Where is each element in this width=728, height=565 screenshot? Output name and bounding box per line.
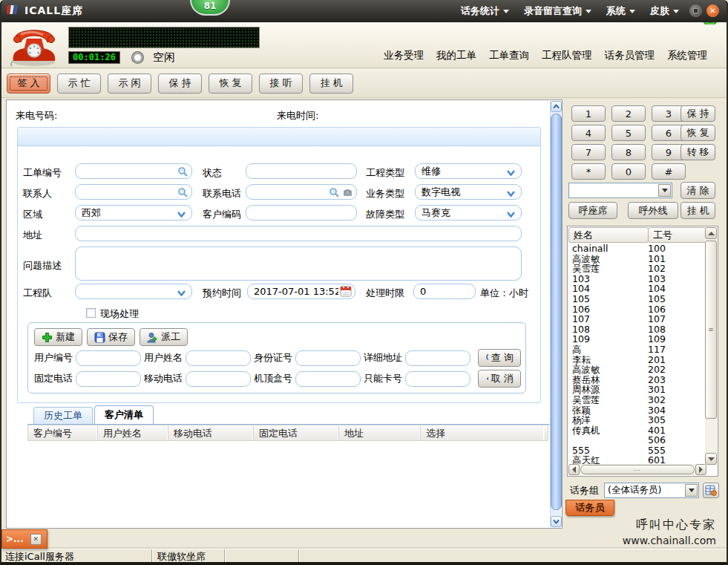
scroll-up-icon[interactable] [705,227,717,239]
sign-in-button[interactable]: 签 入 [7,74,50,94]
description-textarea[interactable] [75,246,522,281]
region-select[interactable]: 西郊 [75,205,192,221]
agent-id-column-header[interactable]: 工号 [648,227,706,243]
agent-row[interactable]: 106106 [569,304,706,315]
agent-row[interactable]: 高波敏101 [569,254,706,264]
toolbar-button-2[interactable]: 示 忙 [57,74,101,94]
cancel-button[interactable]: 取 消 [478,370,521,388]
address-input[interactable] [75,226,522,241]
agent-row[interactable]: 108108 [569,324,706,335]
call-agent-button[interactable]: 呼座席 [568,202,617,219]
minimize-button[interactable] [689,4,702,17]
scroll-up-icon[interactable] [551,101,562,112]
dialpad-key-hash[interactable]: # [652,163,686,180]
menu-item-4[interactable]: 皮肤 [650,4,679,18]
grid-column-header-1[interactable]: 客户编号 [27,425,97,440]
agent-list-hscrollbar[interactable]: ⋯ [568,464,706,475]
agent-row[interactable]: chainall100 [569,244,706,254]
tab-customer-list[interactable]: 客户清单 [94,405,154,424]
user-field-input-5[interactable] [76,371,141,387]
grid-column-header-3[interactable]: 移动电话 [168,425,253,440]
agent-list-vscrollbar[interactable]: ≡ [705,227,717,465]
nav-link-2[interactable]: 我的工单 [436,49,476,62]
toolbar-button-7[interactable]: 挂 机 [309,74,353,94]
new-button[interactable]: 新建 [34,328,82,346]
agent-name-column-header[interactable]: 姓名 [568,227,649,243]
menu-item-1[interactable]: 话务统计 [461,4,509,18]
search-icon[interactable] [177,186,188,200]
dialpad-key-7[interactable]: 7 [571,144,606,160]
agent-row[interactable]: 传真机401 [569,425,706,436]
onsite-checkbox[interactable] [86,308,96,318]
order-no-input[interactable] [75,163,192,179]
dispatch-button[interactable]: 派工 [140,328,188,346]
content-scrollbar[interactable] [550,101,561,527]
toolbar-button-4[interactable]: 保 持 [158,74,202,94]
dial-number-combo[interactable] [568,183,672,198]
dialpad-key-1[interactable]: 1 [571,105,606,122]
agent-row[interactable]: 103103 [569,274,706,284]
dialpad-key-2[interactable]: 2 [611,105,646,122]
menu-item-2[interactable]: 录音留言查询 [524,4,591,18]
user-field-input-2[interactable] [186,350,251,366]
query-button[interactable]: 查 询 [478,349,521,367]
user-field-input-8[interactable] [405,371,470,387]
user-field-input-6[interactable] [186,371,251,387]
agent-row[interactable]: 555555 [569,445,706,456]
dial-side-button-1[interactable]: 保 持 [681,105,715,122]
call-outside-button[interactable]: 呼外线 [628,202,678,219]
customer-code-input[interactable] [246,205,357,221]
toolbar-button-5[interactable]: 恢 复 [209,74,252,94]
scrollbar-thumb[interactable]: ≡ [705,241,717,419]
tab-history-orders[interactable]: 历史工单 [33,407,93,424]
toolbar-button-3[interactable]: 示 闲 [108,74,151,94]
user-field-input-1[interactable] [76,350,141,366]
scrollbar-thumb[interactable]: ⋯ [580,465,695,474]
menu-item-3[interactable]: 系统 [606,4,635,18]
scrollbar-thumb[interactable] [551,114,562,510]
nav-link-3[interactable]: 工单查询 [489,49,529,62]
scroll-down-icon[interactable] [705,453,717,465]
user-field-input-3[interactable] [295,350,361,366]
toolbar-button-6[interactable]: 接 听 [259,74,303,94]
agent-row[interactable]: 蔡岳林203 [569,375,706,385]
agent-row[interactable]: 吴雪莲102 [569,264,706,274]
project-type-select[interactable]: 维修 [415,163,522,179]
search-icon[interactable] [329,186,339,200]
agent-row[interactable]: 107107 [569,314,706,324]
agent-row[interactable]: 109109 [569,334,706,344]
grid-column-header-6[interactable]: 选择 [420,425,544,440]
nav-link-6[interactable]: 系统管理 [667,49,707,62]
dial-side-button-3[interactable]: 转 移 [681,144,715,160]
clear-button[interactable]: 清 除 [681,182,715,199]
agent-row[interactable]: 506 [569,435,706,445]
agent-row[interactable]: 104104 [569,284,706,294]
agent-row[interactable]: 105105 [569,294,706,304]
user-field-input-7[interactable] [295,371,361,387]
scroll-left-icon[interactable] [568,464,580,475]
tab-operators[interactable]: 话务员 [565,500,614,516]
combo-dropdown-button[interactable] [685,484,698,497]
save-button[interactable]: 保存 [87,328,135,346]
agent-row[interactable]: 杨洋305 [569,415,706,425]
refresh-agents-button[interactable] [703,483,719,498]
time-limit-input[interactable] [413,284,476,299]
hangup-button[interactable]: 挂 机 [681,202,715,219]
agent-row[interactable]: 张颖304 [569,405,706,416]
nav-link-1[interactable]: 业务受理 [384,49,424,62]
status-input[interactable] [246,163,357,179]
search-icon[interactable] [177,166,188,180]
close-icon[interactable]: ✕ [30,534,42,545]
agent-group-select[interactable]: (全体话务员) [604,483,699,498]
grid-column-header-5[interactable]: 地址 [338,425,420,440]
grid-column-header-2[interactable]: 用户姓名 [97,425,168,440]
agent-row[interactable]: 李耘201 [569,355,706,365]
dialpad-key-star[interactable]: * [571,163,606,180]
dialpad-key-4[interactable]: 4 [571,125,606,141]
contact-input[interactable] [75,184,192,200]
dialpad-key-5[interactable]: 5 [611,125,646,141]
agent-row[interactable]: 吴雪莲302 [569,395,706,405]
team-select[interactable] [75,284,192,299]
dial-side-button-2[interactable]: 恢 复 [681,125,715,141]
contact-phone-input[interactable] [246,184,357,200]
